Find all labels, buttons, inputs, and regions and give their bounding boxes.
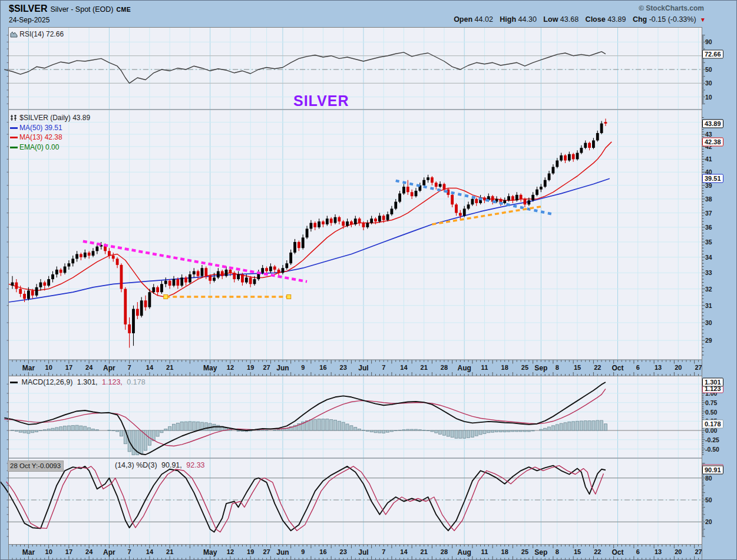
rsi-legend: RSI(14) 72.66: [10, 30, 64, 38]
price-legend-symbol: $SILVER: [19, 114, 48, 122]
open-label: Open: [454, 15, 472, 24]
high-value: 44.30: [518, 15, 537, 24]
ma13-value: 42.38: [45, 133, 62, 141]
high-label: High: [500, 15, 516, 24]
chart-title: $SILVERSilver - Spot (EOD)CME: [9, 4, 131, 14]
x-axis-label: Aug: [458, 548, 471, 556]
x-axis-label: 6: [636, 548, 640, 555]
chart-canvas[interactable]: [1, 1, 737, 560]
y-axis-label: 41: [705, 155, 712, 163]
x-axis-label: 28: [441, 548, 448, 555]
x-axis-label: 15: [574, 364, 581, 371]
x-axis-label: Jun: [276, 364, 289, 372]
x-axis-label: Apr: [103, 364, 115, 372]
ema-label: EMA(0): [19, 143, 44, 151]
x-axis-label: 14: [400, 364, 407, 371]
value-callout: 0.178: [702, 419, 723, 428]
x-axis-label: 13: [655, 364, 662, 371]
x-axis-label: 24: [85, 364, 92, 371]
x-axis-label: 8: [556, 364, 559, 371]
value-callout: 39.51: [702, 174, 723, 183]
down-triangle-icon: ▼: [700, 16, 706, 23]
x-axis-label: 19: [247, 548, 254, 555]
y-axis-label: 10: [705, 94, 712, 101]
y-axis-label: 37: [705, 210, 712, 217]
y-axis-label: 30: [705, 319, 712, 326]
price-legend-title: $SILVER (Daily) 43.89: [10, 114, 90, 122]
watermark-text: SILVER: [293, 92, 349, 110]
sto-legend: (14,3) %D(3) 90.91, 92.33: [115, 461, 205, 469]
x-axis-label: 11: [481, 548, 488, 555]
ema-legend: EMA(0) 0.00: [10, 143, 90, 151]
x-axis-label: 7: [128, 364, 131, 371]
low-value: 43.68: [560, 15, 579, 24]
x-axis-label: 16: [319, 364, 326, 371]
x-axis-label: 17: [65, 364, 72, 371]
x-axis-label: 27: [695, 364, 702, 371]
x-axis-label: 8: [556, 548, 559, 555]
sto-legend-label: (14,3) %D(3): [115, 461, 157, 469]
sto-k-value: 90.91,: [161, 461, 182, 469]
macd-hist-value: 0.178: [127, 378, 145, 386]
x-axis-label: 21: [421, 548, 428, 555]
y-axis-label: 43: [705, 131, 712, 138]
x-axis-label: 21: [166, 364, 173, 371]
x-axis-label: 27: [263, 364, 270, 371]
y-axis-label: 80: [705, 475, 712, 482]
line-swatch-icon: [10, 137, 18, 138]
x-axis-label: 9: [301, 548, 305, 555]
y-axis-label: 38: [705, 195, 712, 203]
x-axis-label: 7: [382, 548, 385, 555]
x-axis-label: 23: [340, 364, 347, 371]
ma13-label: MA(13): [19, 133, 42, 141]
stockcharts-chart: $SILVERSilver - Spot (EOD)CME 24-Sep-202…: [0, 0, 737, 560]
x-axis-label: 28: [441, 364, 448, 371]
line-swatch-icon: [10, 382, 18, 383]
x-axis-label: Oct: [612, 364, 623, 372]
x-axis-label: 14: [146, 364, 153, 371]
x-axis-label: Sep: [534, 364, 547, 372]
x-axis-label: 27: [263, 548, 270, 555]
y-axis-label: 20: [705, 518, 712, 525]
x-axis-label: 6: [636, 364, 640, 371]
x-axis-label: 13: [655, 548, 662, 555]
x-axis-label: Oct: [612, 548, 623, 556]
y-axis-label: 0.50: [705, 409, 717, 416]
candlestick-icon: [10, 114, 18, 121]
x-axis-label: 14: [400, 548, 407, 555]
y-axis-label: 34: [705, 254, 712, 261]
sto-d-value: 92.33: [186, 461, 204, 469]
x-axis-label: 14: [146, 548, 153, 555]
value-callout: 72.66: [702, 49, 723, 58]
x-axis-label: 7: [128, 548, 131, 555]
x-axis-label: Aug: [458, 364, 471, 372]
x-axis-label: 12: [227, 364, 234, 371]
x-axis-label: 27: [695, 548, 702, 555]
x-axis-label: 15: [574, 548, 581, 555]
line-swatch-icon: [10, 147, 18, 148]
x-axis-label: 10: [45, 364, 52, 371]
y-axis-label: 50: [705, 66, 712, 73]
price-legend-last: 43.89: [72, 114, 90, 122]
price-panel-bg: [9, 110, 702, 360]
x-axis-label: Mar: [22, 364, 35, 372]
ma50-legend: MA(50) 39.51: [10, 124, 90, 132]
x-axis-label: 19: [247, 364, 254, 371]
close-value: 43.89: [607, 15, 626, 24]
x-axis-label: 16: [319, 548, 326, 555]
sto-panel-bg: [9, 459, 702, 545]
y-axis-label: 32: [705, 286, 712, 293]
low-label: Low: [543, 15, 558, 24]
x-axis-label: Jul: [358, 548, 368, 556]
y-axis-label: 30: [705, 79, 712, 87]
quote-bar: Open 44.02 High 44.30 Low 43.68 Close 43…: [449, 15, 706, 24]
x-axis-label: 10: [45, 548, 52, 555]
chg-label: Chg: [633, 15, 647, 24]
macd-panel-bg: [9, 376, 702, 458]
chg-value: -0.15 (-0.33%): [649, 15, 696, 24]
x-axis-label: May: [203, 364, 217, 372]
x-axis-label: 20: [675, 364, 682, 371]
ma13-legend: MA(13) 42.38: [10, 133, 90, 141]
y-axis-label: 36: [705, 224, 712, 231]
value-callout: 43.89: [702, 119, 723, 128]
